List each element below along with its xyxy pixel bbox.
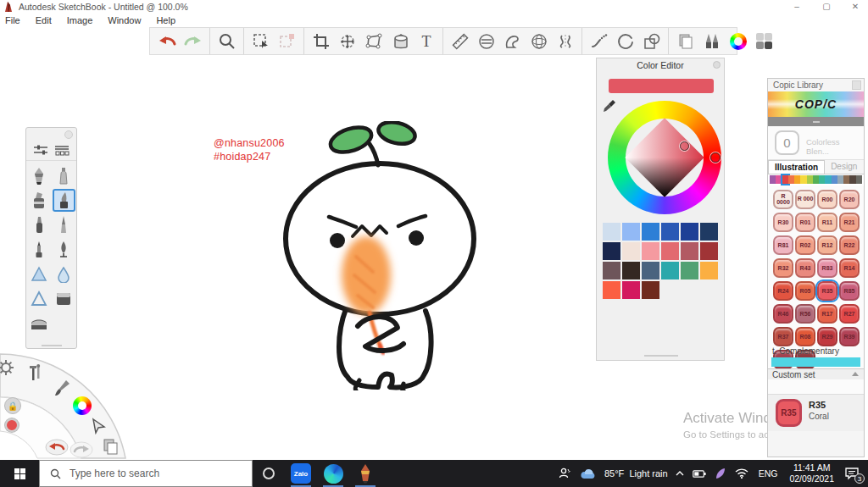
weather-icon[interactable] xyxy=(576,460,601,487)
taskbar-search[interactable]: Type here to search xyxy=(39,460,253,487)
tray-chevron-icon[interactable] xyxy=(671,460,688,487)
wifi-icon[interactable] xyxy=(731,460,753,487)
brush-panel-collapse-button[interactable] xyxy=(64,130,73,139)
palette-icon[interactable] xyxy=(751,30,777,53)
lagoon-redo-icon[interactable] xyxy=(70,441,93,462)
taskbar-clock[interactable]: 11:41 AM 02/09/2021 xyxy=(783,462,840,484)
lagoon-tools-icon[interactable] xyxy=(25,363,44,387)
family-swatch[interactable] xyxy=(849,175,855,184)
copic-chip[interactable]: R00 xyxy=(817,190,837,209)
family-swatch[interactable] xyxy=(843,175,849,184)
crop-icon[interactable] xyxy=(308,30,334,53)
color-wheel-icon[interactable] xyxy=(725,30,751,53)
swatch[interactable] xyxy=(661,242,679,260)
colorless-blender-row[interactable]: 0 Colorless Blen... xyxy=(768,126,864,160)
color-editor-options-button[interactable] xyxy=(713,61,721,69)
zalo-app-button[interactable]: Zalo xyxy=(285,460,317,487)
select-icon[interactable] xyxy=(248,30,274,53)
copic-chip[interactable]: R56 xyxy=(795,304,815,324)
weather-text[interactable]: 85°F Light rain xyxy=(601,468,671,479)
blender-chip[interactable]: 0 xyxy=(775,130,799,155)
brush-blur-drop[interactable] xyxy=(53,263,75,285)
brush-library-list-icon[interactable] xyxy=(53,143,70,157)
menu-image[interactable]: Image xyxy=(67,15,93,25)
color-wheel[interactable] xyxy=(608,101,721,214)
copic-chip[interactable]: R32 xyxy=(773,258,793,278)
menu-file[interactable]: File xyxy=(5,15,20,25)
brush-inking-pen[interactable] xyxy=(53,213,75,236)
brush-settings-icon[interactable] xyxy=(32,143,49,157)
complementary-color-bar[interactable] xyxy=(771,357,860,367)
brush-felt-pen[interactable] xyxy=(28,238,51,261)
lagoon-cursor-icon[interactable] xyxy=(91,418,108,438)
hue-ring-selector[interactable] xyxy=(710,152,721,163)
copic-chip[interactable]: R02 xyxy=(795,235,815,255)
swatch[interactable] xyxy=(642,281,659,299)
swatch[interactable] xyxy=(603,262,620,279)
brush-paintbrush-selected[interactable] xyxy=(53,189,75,212)
brush-panel-drag-handle[interactable] xyxy=(42,345,62,346)
swatch[interactable] xyxy=(642,262,659,279)
maximize-button[interactable]: ▢ xyxy=(814,0,839,13)
perspective-icon[interactable] xyxy=(526,30,552,53)
swatch[interactable] xyxy=(622,281,640,299)
swatch[interactable] xyxy=(622,242,640,260)
distort-icon[interactable] xyxy=(360,30,387,53)
shapes-icon[interactable] xyxy=(638,30,665,53)
copic-chip[interactable]: R81 xyxy=(773,235,793,255)
family-swatch[interactable] xyxy=(800,175,806,184)
canvas-drawing[interactable] xyxy=(278,121,486,390)
copic-chip[interactable]: R29 xyxy=(817,327,837,346)
lagoon-record-dot[interactable] xyxy=(5,418,19,432)
layers-icon[interactable] xyxy=(672,30,698,53)
battery-icon[interactable] xyxy=(688,460,710,487)
menu-edit[interactable]: Edit xyxy=(36,15,52,25)
copic-chip[interactable]: R22 xyxy=(839,235,860,255)
menu-window[interactable]: Window xyxy=(108,15,141,25)
copic-chip[interactable]: R24 xyxy=(773,281,793,301)
menu-help[interactable]: Help xyxy=(156,15,175,25)
notification-center-button[interactable]: 3 xyxy=(840,460,868,487)
symmetry-icon[interactable] xyxy=(552,30,578,53)
copic-chip[interactable]: R12 xyxy=(817,235,837,255)
swatch[interactable] xyxy=(622,262,640,279)
copic-chip[interactable]: R39 xyxy=(839,327,860,346)
start-button[interactable] xyxy=(0,460,39,487)
brush-chisel-marker[interactable] xyxy=(28,189,51,212)
family-swatch[interactable] xyxy=(770,175,776,184)
brush-smear[interactable] xyxy=(28,263,51,285)
brush-pencil[interactable] xyxy=(28,164,51,187)
cortana-button[interactable] xyxy=(253,460,285,487)
minimize-button[interactable]: – xyxy=(784,0,810,13)
swatch[interactable] xyxy=(700,223,718,241)
family-swatch[interactable] xyxy=(837,175,843,184)
edge-app-button[interactable] xyxy=(317,460,349,487)
copic-chip[interactable]: R17 xyxy=(817,304,837,324)
complementary-label[interactable]: t. Complementary xyxy=(772,346,839,356)
fill-icon[interactable] xyxy=(387,30,413,53)
family-swatch[interactable] xyxy=(856,175,862,184)
transform-icon[interactable] xyxy=(334,30,360,53)
copic-chip[interactable]: R11 xyxy=(817,213,837,232)
copic-chip[interactable]: R27 xyxy=(839,304,860,324)
lagoon-gear-icon[interactable] xyxy=(0,358,15,380)
text-icon[interactable]: T xyxy=(413,30,439,53)
copic-chip[interactable]: R43 xyxy=(795,258,815,278)
family-swatch-selected[interactable] xyxy=(782,175,788,184)
brush-airbrush[interactable] xyxy=(53,164,75,187)
brush-eraser-hard[interactable] xyxy=(53,287,75,310)
swatch[interactable] xyxy=(603,223,620,241)
tab-illustration[interactable]: Illustration xyxy=(768,160,825,174)
swatch[interactable] xyxy=(700,242,718,260)
copic-chip[interactable]: R83 xyxy=(817,258,837,278)
swatch[interactable] xyxy=(661,223,679,241)
lagoon-color-wheel-icon[interactable] xyxy=(73,396,92,415)
copic-chip[interactable]: R30 xyxy=(773,213,793,232)
copic-chip[interactable]: R 0000 xyxy=(773,190,793,209)
family-swatch[interactable] xyxy=(788,175,794,184)
ellipse-guide-icon[interactable] xyxy=(473,30,499,53)
brush-library-icon[interactable] xyxy=(698,30,725,53)
swatch[interactable] xyxy=(681,242,698,260)
people-icon[interactable] xyxy=(554,460,576,487)
swatch[interactable] xyxy=(700,262,718,279)
